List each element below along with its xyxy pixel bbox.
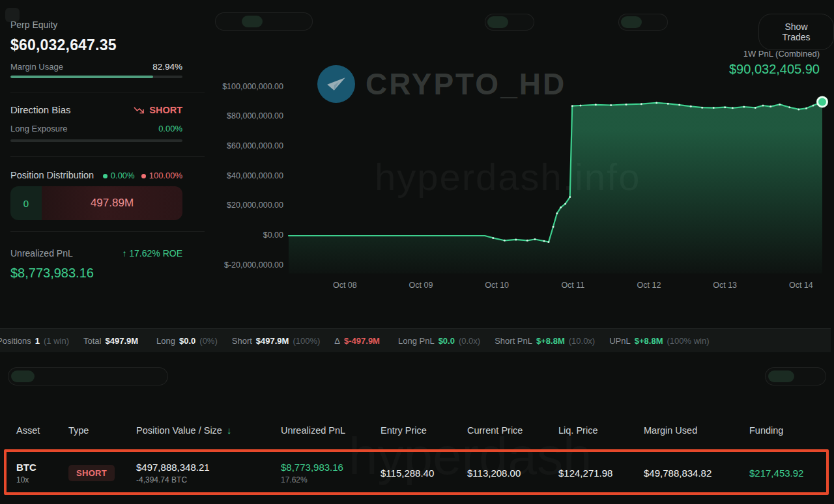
trend-down-icon: [134, 105, 145, 115]
table-tabs: [8, 367, 168, 385]
distribution-long-segment: 0: [10, 186, 42, 220]
stat-item: Long $0.0 (0%): [156, 336, 218, 346]
column-header[interactable]: Liq. Price: [558, 425, 644, 436]
pnl-summary: 1W PnL (Combined) $90,032,405.90: [729, 49, 820, 77]
time-range-tab[interactable]: [289, 16, 309, 27]
stat-item: Short $497.9M (100%): [232, 336, 321, 346]
market-tab[interactable]: [797, 371, 823, 382]
pnl-summary-value: $90,032,405.90: [729, 62, 820, 77]
data-point-marker: [504, 240, 506, 242]
data-point-marker: [626, 104, 627, 105]
x-axis-label: Oct 12: [626, 281, 672, 290]
data-point-marker: [755, 107, 756, 109]
stat-item: Total $497.9M: [83, 336, 142, 346]
perp-equity-label: Perp Equity: [10, 20, 57, 30]
data-point-marker: [805, 107, 807, 109]
metric-tab[interactable]: [621, 16, 642, 28]
data-point-marker: [769, 105, 771, 107]
column-header[interactable]: Entry Price: [381, 425, 467, 436]
data-point-marker: [732, 107, 734, 109]
time-range-tab[interactable]: [242, 16, 263, 27]
current-price: $113,208.00: [467, 468, 558, 479]
margin-usage-label: Margin Usage: [10, 62, 63, 72]
liq-price: $124,271.98: [558, 468, 644, 479]
column-header[interactable]: Asset: [16, 425, 68, 436]
position-row-btc[interactable]: BTC 10x SHORT $497,888,348.21 -4,394.74 …: [0, 449, 834, 496]
data-point-marker: [724, 106, 726, 108]
market-tab[interactable]: [768, 371, 794, 382]
entry-price: $115,288.40: [381, 468, 467, 479]
time-range-group: [215, 12, 313, 31]
direction-bias-label: Direction Bias: [10, 104, 71, 115]
data-point-marker: [526, 240, 528, 242]
x-axis-label: Oct 14: [778, 281, 824, 290]
data-point-marker: [610, 104, 612, 106]
table-tab[interactable]: [141, 371, 165, 382]
roe-value: 17.62% ROE: [129, 248, 182, 259]
scope-tab[interactable]: [487, 16, 508, 28]
table-tab[interactable]: [115, 371, 139, 382]
data-point-marker: [556, 212, 558, 214]
side-badge: SHORT: [68, 465, 115, 481]
stat-item: UPnL $+8.8M (100% win): [609, 336, 709, 346]
data-point-marker: [812, 105, 814, 107]
pnl-chart-canvas[interactable]: [208, 39, 834, 300]
column-header[interactable]: Current Price: [467, 425, 558, 436]
sidebar: Perp Equity $60,032,647.35 Margin Usage …: [10, 0, 182, 326]
table-header-row: Asset Type Position Value / Size ↓ Unrea…: [0, 421, 834, 440]
metric-tab[interactable]: [644, 16, 665, 28]
stat-item: Positions 1 (1 win): [0, 336, 69, 346]
pnl-chart[interactable]: $100,000,000.00$80,000,000.00$60,000,000…: [208, 39, 834, 300]
data-point-marker: [569, 196, 571, 198]
table-tab[interactable]: [37, 371, 61, 382]
legend-long-pct: 0.00%: [111, 171, 135, 180]
y-axis-label: $-20,000,000.00: [208, 260, 283, 270]
data-point-marker: [492, 237, 494, 239]
data-point-marker: [543, 240, 545, 242]
long-exposure-bar: [10, 139, 182, 142]
perp-equity-value: $60,032,647.35: [10, 36, 117, 54]
column-header[interactable]: Funding: [749, 425, 834, 436]
column-header[interactable]: Position Value / Size ↓: [136, 425, 281, 436]
positions-stats-bar: Positions 1 (1 win) Total $497.9M Long $…: [0, 328, 831, 353]
time-range-tab[interactable]: [218, 16, 239, 27]
divider: [10, 156, 205, 157]
column-header[interactable]: Unrealized PnL: [281, 425, 381, 436]
asset-leverage: 10x: [16, 475, 68, 484]
data-point-marker: [564, 203, 566, 204]
data-point-marker: [560, 206, 562, 208]
y-axis-label: $100,000,000.00: [208, 82, 283, 91]
time-range-tab[interactable]: [265, 16, 286, 27]
position-distribution-label: Position Distribution: [10, 170, 94, 180]
column-header[interactable]: Type: [68, 425, 136, 436]
long-exposure-value: 0.00%: [158, 124, 182, 133]
margin-usage-value: 82.94%: [152, 62, 182, 72]
table-tab[interactable]: [11, 371, 35, 382]
pnl-summary-label: 1W PnL (Combined): [729, 49, 820, 59]
direction-bias-value: SHORT: [149, 105, 182, 115]
margin-usage-bar: [10, 76, 182, 78]
table-tab[interactable]: [63, 371, 87, 382]
x-axis-label: Oct 09: [398, 281, 444, 290]
x-axis-label: Oct 08: [322, 281, 367, 290]
data-point-marker: [580, 105, 582, 107]
data-point-marker: [762, 105, 764, 107]
funding: $217,453.92: [749, 468, 834, 479]
y-axis-label: $40,000,000.00: [208, 171, 283, 180]
y-axis-label: $80,000,000.00: [208, 111, 283, 120]
y-axis-label: $20,000,000.00: [208, 201, 283, 210]
data-point-marker: [779, 104, 781, 105]
unrealized-pnl-label: Unrealized PnL: [10, 248, 73, 259]
x-axis-label: Oct 13: [702, 281, 748, 290]
table-tab[interactable]: [89, 371, 113, 382]
row-unrealized-pnl: $8,773,983.16: [281, 462, 381, 473]
y-axis-label: $0.00: [208, 231, 283, 240]
stat-item: Δ $-497.9M: [334, 336, 384, 346]
scope-tab[interactable]: [511, 16, 532, 28]
data-point-marker: [534, 238, 536, 240]
divider: [10, 231, 205, 232]
margin-used: $49,788,834.82: [644, 468, 749, 479]
metric-toggle-group: [618, 14, 668, 31]
roe-up-arrow-icon: ↑: [122, 248, 126, 259]
column-header[interactable]: Margin Used: [644, 425, 749, 436]
